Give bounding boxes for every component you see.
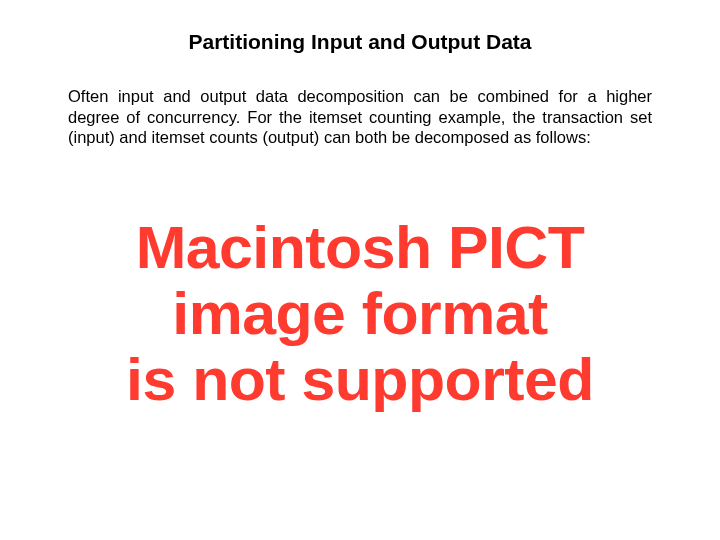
placeholder-line-3: is not supported xyxy=(51,347,669,413)
placeholder-line-2: image format xyxy=(51,281,669,347)
slide-body-text: Often input and output data decompositio… xyxy=(68,86,652,148)
slide-title: Partitioning Input and Output Data xyxy=(0,30,720,54)
pict-not-supported-placeholder: Macintosh PICT image format is not suppo… xyxy=(51,215,669,413)
placeholder-line-1: Macintosh PICT xyxy=(51,215,669,281)
slide: Partitioning Input and Output Data Often… xyxy=(0,0,720,540)
